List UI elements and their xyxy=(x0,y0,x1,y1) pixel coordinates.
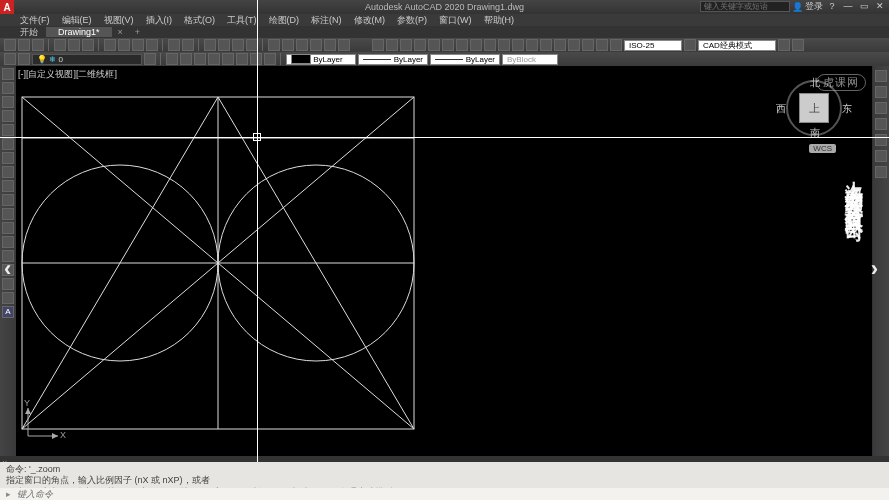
layer-freeze-icon[interactable] xyxy=(208,53,220,65)
new-icon[interactable] xyxy=(4,39,16,51)
dim-baseline-icon[interactable] xyxy=(484,39,496,51)
layer-off-icon[interactable] xyxy=(222,53,234,65)
tab-drawing1[interactable]: Drawing1* xyxy=(46,27,112,37)
menu-view[interactable]: 视图(V) xyxy=(104,14,134,27)
layer-on-icon[interactable] xyxy=(236,53,248,65)
insert-block-icon[interactable] xyxy=(2,208,14,220)
view-cube-top[interactable]: 上 xyxy=(799,93,829,123)
copy-object-icon[interactable] xyxy=(875,86,887,98)
color-select[interactable]: ByLayer xyxy=(286,54,356,65)
undo-icon[interactable] xyxy=(168,39,180,51)
print-icon[interactable] xyxy=(54,39,66,51)
dimtedit-icon[interactable] xyxy=(610,39,622,51)
line-icon[interactable] xyxy=(2,68,14,80)
app-logo[interactable]: A xyxy=(0,0,14,14)
prev-arrow-icon[interactable]: ‹ xyxy=(4,256,11,282)
table-icon[interactable] xyxy=(2,292,14,304)
open-icon[interactable] xyxy=(18,39,30,51)
compass-east[interactable]: 东 xyxy=(842,102,852,116)
menu-format[interactable]: 格式(O) xyxy=(184,14,215,27)
command-input[interactable] xyxy=(17,489,883,499)
dim-angular-icon[interactable] xyxy=(456,39,468,51)
jogged-icon[interactable] xyxy=(582,39,594,51)
inspection-icon[interactable] xyxy=(568,39,580,51)
dimstyle-icon[interactable] xyxy=(684,39,696,51)
close-button[interactable]: ✕ xyxy=(873,1,887,13)
layer-select[interactable]: 💡 ❄ 0 xyxy=(32,54,142,65)
offset-icon[interactable] xyxy=(875,118,887,130)
centermark-icon[interactable] xyxy=(554,39,566,51)
user-icon[interactable]: 👤 xyxy=(792,2,803,12)
search-input[interactable] xyxy=(700,1,790,12)
markup-icon[interactable] xyxy=(324,39,336,51)
menu-tools[interactable]: 工具(T) xyxy=(227,14,257,27)
dim-quick-icon[interactable] xyxy=(470,39,482,51)
copy-icon[interactable] xyxy=(118,39,130,51)
help-button[interactable]: ? xyxy=(825,1,839,13)
lineweight-select[interactable]: ByLayer xyxy=(430,54,500,65)
match-icon[interactable] xyxy=(146,39,158,51)
compass-west[interactable]: 西 xyxy=(776,102,786,116)
user-label[interactable]: 登录 xyxy=(805,0,823,13)
mtext-icon[interactable]: A xyxy=(2,306,14,318)
layer-manager-icon[interactable] xyxy=(4,53,16,65)
rotate-icon[interactable] xyxy=(875,166,887,178)
properties-icon[interactable] xyxy=(268,39,280,51)
dim-arc-icon[interactable] xyxy=(400,39,412,51)
dim-radius-icon[interactable] xyxy=(428,39,440,51)
tab-start[interactable]: 开始 xyxy=(12,26,46,39)
dim-continue-icon[interactable] xyxy=(498,39,510,51)
polyline-icon[interactable] xyxy=(2,82,14,94)
compass-south[interactable]: 南 xyxy=(810,126,820,140)
rectangle-icon[interactable] xyxy=(2,110,14,122)
preview-icon[interactable] xyxy=(68,39,80,51)
zoom-window-icon[interactable] xyxy=(232,39,244,51)
dim-diameter-icon[interactable] xyxy=(442,39,454,51)
layer-states-icon[interactable] xyxy=(18,53,30,65)
minimize-button[interactable]: — xyxy=(841,1,855,13)
redo-icon[interactable] xyxy=(182,39,194,51)
tab-close-icon[interactable]: × xyxy=(112,27,129,37)
toolpalette-icon[interactable] xyxy=(296,39,308,51)
polygon-icon[interactable] xyxy=(2,96,14,108)
dim-aligned-icon[interactable] xyxy=(386,39,398,51)
menu-draw[interactable]: 绘图(D) xyxy=(269,14,300,27)
sheet-icon[interactable] xyxy=(310,39,322,51)
maximize-button[interactable]: ▭ xyxy=(857,1,871,13)
zoom-icon[interactable] xyxy=(218,39,230,51)
workspace-select[interactable]: CAD经典模式 xyxy=(698,40,776,51)
menu-help[interactable]: 帮助(H) xyxy=(484,14,515,27)
dim-space-icon[interactable] xyxy=(512,39,524,51)
tolerance-icon[interactable] xyxy=(540,39,552,51)
dim-linear-icon[interactable] xyxy=(372,39,384,51)
layer-unlock-icon[interactable] xyxy=(264,53,276,65)
mirror-icon[interactable] xyxy=(875,102,887,114)
model-viewport[interactable]: [-][自定义视图][二维线框] 上 北 南 xyxy=(16,66,872,456)
cut-icon[interactable] xyxy=(104,39,116,51)
designcenter-icon[interactable] xyxy=(282,39,294,51)
dim-ordinate-icon[interactable] xyxy=(414,39,426,51)
array-icon[interactable] xyxy=(875,134,887,146)
move-icon[interactable] xyxy=(875,150,887,162)
erase-icon[interactable] xyxy=(875,70,887,82)
ellipse-icon[interactable] xyxy=(2,180,14,192)
plotstyle-select[interactable]: ByBlock xyxy=(502,54,558,65)
command-line[interactable]: ▸ xyxy=(0,488,889,500)
circle-icon[interactable] xyxy=(2,138,14,150)
layer-lock-icon[interactable] xyxy=(250,53,262,65)
paste-icon[interactable] xyxy=(132,39,144,51)
dim-break-icon[interactable] xyxy=(526,39,538,51)
next-arrow-icon[interactable]: › xyxy=(871,256,878,282)
menu-modify[interactable]: 修改(M) xyxy=(354,14,386,27)
revcloud-icon[interactable] xyxy=(2,152,14,164)
ellipse-arc-icon[interactable] xyxy=(2,194,14,206)
layer-match-icon[interactable] xyxy=(166,53,178,65)
arc-icon[interactable] xyxy=(2,124,14,136)
layer-previous-icon[interactable] xyxy=(144,53,156,65)
publish-icon[interactable] xyxy=(82,39,94,51)
dimedit-icon[interactable] xyxy=(596,39,608,51)
workspace-settings-icon[interactable] xyxy=(778,39,790,51)
menu-dimension[interactable]: 标注(N) xyxy=(311,14,342,27)
quickcalc-icon[interactable] xyxy=(338,39,350,51)
spline-icon[interactable] xyxy=(2,166,14,178)
